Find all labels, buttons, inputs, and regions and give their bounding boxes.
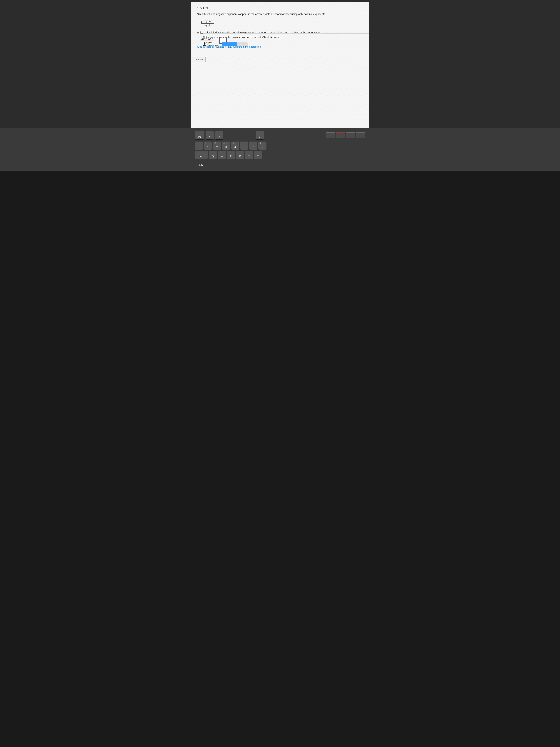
main-denominator: (a4)5	[204, 24, 211, 27]
key-4[interactable]: $ 4	[231, 141, 239, 150]
key-y[interactable]: Y	[254, 151, 262, 159]
main-numerator: (2a3)3 5a−5	[201, 20, 214, 24]
search-touchbar-label: ⌕	[259, 135, 261, 138]
touchbar: esc < > ⌕	[195, 130, 365, 140]
key-t[interactable]: T	[245, 151, 253, 159]
tab-bottom-key[interactable]: tab	[195, 160, 207, 168]
key-5[interactable]: % 5	[240, 141, 248, 150]
qwerty-row: tab Q W E R T Y	[195, 151, 365, 159]
clear-all-button[interactable]: Clear All	[191, 57, 206, 62]
key-1[interactable]: ! 1	[204, 141, 212, 150]
key-r[interactable]: R	[236, 151, 244, 159]
bottom-label-row: tab	[195, 160, 365, 170]
key-2[interactable]: @ 2	[213, 141, 221, 150]
number-row: ~ ` ! 1 @ 2 # 3 $ 4 % 5	[195, 141, 365, 150]
thumbnail-1	[326, 132, 335, 138]
forward-label: >	[218, 135, 220, 138]
key-7[interactable]: & 7	[258, 141, 266, 150]
keyboard-area: esc < > ⌕ ~ `	[0, 128, 560, 171]
back-key[interactable]: <	[206, 131, 214, 139]
thumbnail-2	[336, 132, 345, 138]
problem-statement: Simplify. Should negative exponents appe…	[197, 12, 363, 16]
main-expression: (2a3)3 5a−5 (a4)5	[201, 20, 214, 27]
problem-number: 1.5.101	[197, 6, 363, 10]
back-label: <	[209, 135, 210, 138]
forward-key[interactable]: >	[215, 131, 223, 139]
part-count: 1	[203, 41, 206, 47]
tab-key[interactable]: tab	[195, 151, 208, 159]
thumbnail-3	[346, 132, 355, 138]
thumbnail-4	[356, 132, 365, 138]
key-3[interactable]: # 3	[222, 141, 230, 150]
progress-fill	[222, 43, 237, 46]
key-backtick[interactable]: ~ `	[195, 141, 203, 150]
search-touchbar-key[interactable]: ⌕	[256, 131, 264, 139]
key-q[interactable]: Q	[209, 151, 217, 159]
bottom-instruction-text: Enter your answer in the answer box and …	[203, 36, 369, 39]
bottom-section: Enter your answer in the answer box and …	[203, 33, 369, 47]
key-6[interactable]: ^ 6	[249, 141, 258, 150]
remaining-label: remaining	[209, 44, 219, 47]
progress-bar	[222, 43, 247, 46]
key-e[interactable]: E	[227, 151, 235, 159]
esc-label: esc	[197, 135, 202, 138]
key-w[interactable]: W	[218, 151, 226, 159]
content-page: 1.5.101 Simplify. Should negative expone…	[191, 2, 369, 128]
part-label: part	[209, 41, 219, 44]
esc-key[interactable]: esc	[195, 131, 204, 139]
part-labels: part remaining	[209, 41, 219, 47]
